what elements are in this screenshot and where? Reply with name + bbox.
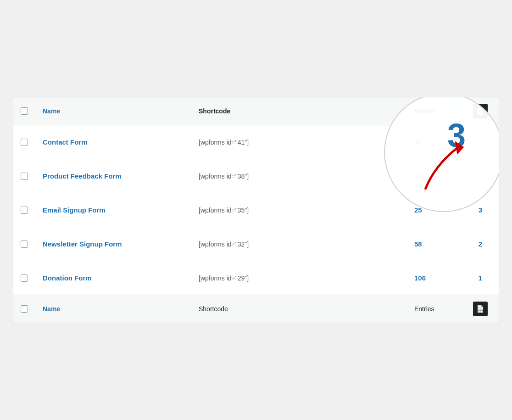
table-row: Email Signup Form [wpforms id="35"] 25 3 (13, 193, 499, 227)
row-shortcode-cell: [wpforms id="35"] (191, 193, 407, 227)
footer-shortcode: Shortcode (191, 295, 407, 323)
table-row: Donation Form [wpforms id="29"] 106 1 (13, 261, 499, 295)
form-name-link[interactable]: Email Signup Form (43, 206, 106, 214)
row-action-cell (462, 159, 499, 193)
footer-action-icon: </> (473, 302, 488, 316)
table-row: Product Feedback Form [wpforms id="38"] … (13, 159, 499, 193)
row-entries-cell: 32 (407, 125, 462, 159)
footer-checkbox-cell[interactable] (13, 295, 35, 323)
row-checkbox-cell[interactable] (13, 227, 35, 261)
row-entries-count[interactable]: 32 (414, 138, 422, 146)
row-action-count[interactable]: 2 (479, 240, 482, 248)
forms-table: Name Shortcode Entries </> (13, 97, 499, 323)
row-shortcode-cell: [wpforms id="41"] (191, 125, 407, 159)
header-name[interactable]: Name (35, 97, 191, 125)
form-name-link[interactable]: Product Feedback Form (43, 172, 122, 180)
row-action-cell: 2 (462, 227, 499, 261)
header-shortcode: Shortcode (191, 97, 407, 125)
row-checkbox-0[interactable] (21, 139, 28, 146)
header-checkbox-cell[interactable] (13, 97, 35, 125)
row-shortcode-cell: [wpforms id="29"] (191, 261, 407, 295)
row-checkbox-1[interactable] (21, 173, 28, 180)
row-entries-cell: 25 (407, 193, 462, 227)
form-name-link[interactable]: Contact Form (43, 138, 88, 146)
row-shortcode: [wpforms id="38"] (199, 173, 249, 180)
header-action-icon: </> (473, 104, 488, 118)
row-entries-count[interactable]: 43 (414, 172, 422, 180)
select-all-checkbox[interactable] (21, 107, 28, 115)
row-entries-count[interactable]: 58 (414, 240, 422, 248)
forms-table-container: Name Shortcode Entries </> (13, 97, 499, 323)
footer-name[interactable]: Name (35, 295, 191, 323)
footer-select-all-checkbox[interactable] (21, 305, 28, 313)
row-shortcode: [wpforms id="41"] (199, 139, 249, 146)
row-action-count[interactable]: 3 (479, 206, 482, 214)
table-body: Contact Form [wpforms id="41"] 32 Produc… (13, 125, 499, 295)
table-row: Contact Form [wpforms id="41"] 32 (13, 125, 499, 159)
svg-text:</>: </> (478, 111, 483, 114)
row-action-cell: 1 (462, 261, 499, 295)
row-entries-cell: 58 (407, 227, 462, 261)
row-name-cell: Email Signup Form (35, 193, 191, 227)
footer-action: </> (462, 295, 499, 323)
row-entries-count[interactable]: 25 (414, 206, 422, 214)
row-name-cell: Contact Form (35, 125, 191, 159)
header-name-label[interactable]: Name (43, 107, 60, 115)
row-checkbox-3[interactable] (21, 241, 28, 248)
table-header-row: Name Shortcode Entries </> (13, 97, 499, 125)
form-name-link[interactable]: Donation Form (43, 274, 92, 282)
row-checkbox-cell[interactable] (13, 193, 35, 227)
row-shortcode: [wpforms id="32"] (199, 241, 249, 248)
row-checkbox-cell[interactable] (13, 125, 35, 159)
row-shortcode-cell: [wpforms id="38"] (191, 159, 407, 193)
header-action: </> (462, 97, 499, 125)
row-checkbox-4[interactable] (21, 274, 28, 282)
row-entries-count[interactable]: 106 (414, 274, 426, 282)
row-action-cell (462, 125, 499, 159)
svg-text:</>: </> (478, 308, 483, 312)
row-checkbox-2[interactable] (21, 207, 28, 214)
row-shortcode-cell: [wpforms id="32"] (191, 227, 407, 261)
header-entries: Entries (407, 97, 462, 125)
row-entries-cell: 106 (407, 261, 462, 295)
footer-entries: Entries (407, 295, 462, 323)
row-action-count[interactable]: 1 (479, 274, 482, 282)
row-name-cell: Donation Form (35, 261, 191, 295)
row-checkbox-cell[interactable] (13, 159, 35, 193)
row-action-cell: 3 (462, 193, 499, 227)
form-name-link[interactable]: Newsletter Signup Form (43, 240, 122, 248)
row-shortcode: [wpforms id="29"] (199, 274, 249, 282)
row-entries-cell: 43 (407, 159, 462, 193)
row-shortcode: [wpforms id="35"] (199, 207, 249, 214)
table-row: Newsletter Signup Form [wpforms id="32"]… (13, 227, 499, 261)
row-name-cell: Product Feedback Form (35, 159, 191, 193)
table-footer-row: Name Shortcode Entries </> (13, 295, 499, 323)
row-name-cell: Newsletter Signup Form (35, 227, 191, 261)
code-icon-footer: </> (477, 305, 484, 313)
footer-name-label[interactable]: Name (43, 305, 60, 313)
code-icon: </> (477, 107, 484, 115)
row-checkbox-cell[interactable] (13, 261, 35, 295)
